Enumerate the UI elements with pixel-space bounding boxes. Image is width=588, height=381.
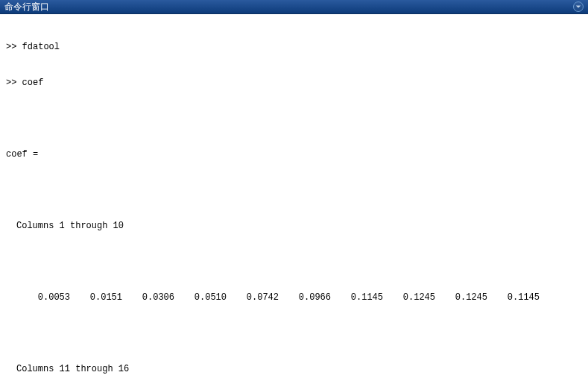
value-cell: 0.0306 <box>128 292 180 303</box>
window-title: 命令行窗口 <box>4 0 49 14</box>
blank-line <box>0 184 588 196</box>
value-cell: 0.1145 <box>493 292 546 303</box>
blank-line <box>0 113 588 125</box>
blank-line <box>0 327 588 339</box>
value-cell: 0.0510 <box>180 292 233 303</box>
value-cell: 0.1145 <box>337 292 389 303</box>
value-cell: 0.1245 <box>389 292 441 303</box>
value-cell: 0.0053 <box>24 292 76 303</box>
blank-line <box>0 256 588 268</box>
command-line: >> coef <box>0 77 588 89</box>
value-cell: 0.0966 <box>285 292 337 303</box>
column-range-label: Columns 1 through 10 <box>0 220 588 232</box>
chevron-down-icon <box>575 4 581 10</box>
data-row: 0.0053 0.0151 0.0306 0.0510 0.0742 0.096… <box>0 292 588 303</box>
titlebar: 命令行窗口 <box>0 0 588 14</box>
value-cell: 0.1245 <box>441 292 493 303</box>
command-output[interactable]: >> fdatool >> coef coef = Columns 1 thro… <box>0 14 588 381</box>
value-cell: 0.0151 <box>76 292 128 303</box>
column-range-label: Columns 11 through 16 <box>0 363 588 375</box>
dropdown-button[interactable] <box>573 1 584 12</box>
command-line: >> fdatool <box>0 41 588 53</box>
variable-header: coef = <box>0 148 588 160</box>
value-cell: 0.0742 <box>233 292 285 303</box>
